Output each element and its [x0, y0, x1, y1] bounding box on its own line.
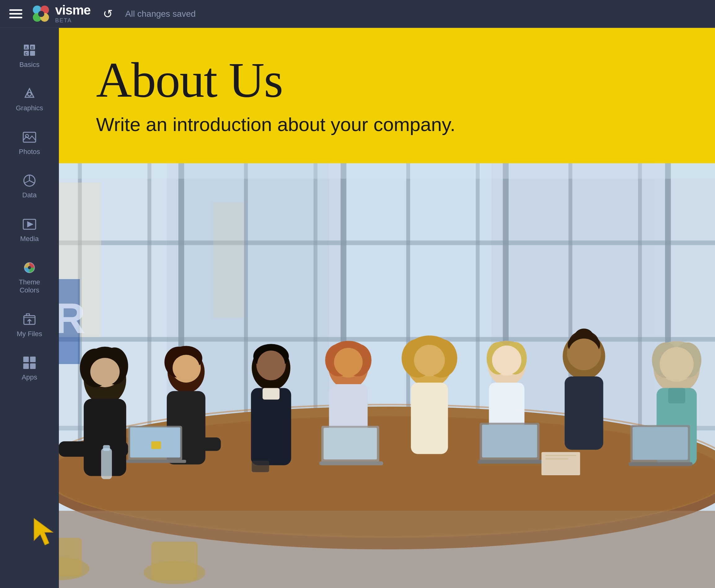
svg-point-105 [492, 345, 522, 375]
svg-rect-134 [101, 448, 112, 479]
svg-rect-75 [151, 441, 161, 449]
svg-point-19 [28, 266, 31, 269]
logo-area: visme BETA [32, 4, 90, 24]
svg-rect-91 [324, 428, 377, 459]
svg-point-12 [27, 92, 31, 96]
sidebar: A B C Basics Graphics [0, 28, 59, 588]
svg-rect-21 [23, 357, 29, 362]
svg-text:B: B [31, 45, 34, 50]
svg-rect-92 [319, 461, 383, 465]
sidebar-item-basics-label: Basics [20, 61, 40, 69]
logo-text: visme BETA [55, 4, 90, 24]
svg-rect-136 [252, 461, 269, 472]
svg-rect-23 [23, 363, 29, 369]
header: visme BETA ↺ All changes saved [0, 0, 715, 28]
undo-icon[interactable]: ↺ [103, 7, 113, 21]
sidebar-item-data-label: Data [22, 191, 37, 199]
sidebar-item-my-files[interactable]: My Files [0, 303, 59, 346]
logo-name: visme [55, 4, 90, 17]
basics-icon: A B C [22, 43, 37, 58]
theme-colors-icon [22, 260, 37, 275]
svg-text:A: A [25, 45, 27, 50]
slide-title[interactable]: About Us [96, 52, 678, 107]
svg-point-123 [659, 347, 694, 381]
svg-rect-76 [126, 460, 186, 463]
svg-rect-108 [482, 425, 537, 458]
svg-point-98 [414, 345, 445, 376]
svg-marker-17 [27, 222, 33, 227]
sidebar-item-photos[interactable]: Photos [0, 121, 59, 165]
svg-rect-99 [411, 383, 448, 454]
slide-yellow-section: About Us Write an introduction about you… [59, 28, 715, 163]
sidebar-item-media-label: Media [20, 235, 39, 243]
svg-rect-138 [546, 455, 576, 456]
svg-point-4 [38, 11, 44, 17]
visme-logo-icon [32, 4, 51, 24]
svg-rect-109 [477, 460, 543, 463]
sidebar-item-theme-colors-label: ThemeColors [19, 278, 40, 295]
canvas-area: About Us Write an introduction about you… [59, 28, 715, 588]
sidebar-item-apps[interactable]: Apps [0, 346, 59, 390]
sidebar-item-data[interactable]: Data [0, 165, 59, 208]
svg-text:C: C [25, 52, 27, 56]
svg-rect-135 [103, 445, 110, 451]
sidebar-item-graphics[interactable]: Graphics [0, 78, 59, 121]
svg-rect-22 [30, 357, 36, 362]
hamburger-menu[interactable] [9, 9, 22, 18]
main-area: A B C Basics Graphics [0, 28, 715, 588]
svg-rect-46 [59, 337, 715, 342]
sidebar-item-photos-label: Photos [19, 148, 40, 156]
slide-photo-section: R [59, 163, 715, 588]
sidebar-item-my-files-label: My Files [17, 330, 42, 338]
my-files-icon [22, 312, 37, 327]
media-icon [22, 217, 37, 232]
svg-point-80 [257, 350, 285, 379]
logo-beta: BETA [55, 17, 72, 24]
svg-rect-8 [30, 51, 35, 56]
svg-rect-139 [546, 458, 569, 459]
save-status: All changes saved [125, 9, 196, 19]
svg-rect-13 [23, 132, 36, 142]
svg-rect-49 [213, 202, 244, 318]
svg-rect-133 [59, 511, 715, 588]
meeting-photo: R [59, 163, 715, 588]
svg-point-88 [334, 348, 363, 376]
svg-point-70 [172, 355, 200, 381]
photos-icon [22, 130, 37, 145]
svg-rect-131 [633, 427, 688, 460]
sidebar-item-media[interactable]: Media [0, 208, 59, 252]
sidebar-item-apps-label: Apps [22, 373, 37, 381]
svg-rect-24 [30, 363, 36, 369]
slide-subtitle[interactable]: Write an introduction about your company… [96, 113, 678, 135]
svg-rect-117 [565, 376, 604, 450]
data-icon [22, 173, 37, 188]
svg-text:R: R [59, 295, 85, 342]
svg-point-116 [568, 339, 599, 368]
apps-icon [22, 355, 37, 370]
svg-rect-132 [629, 462, 693, 466]
svg-rect-65 [59, 441, 128, 457]
graphics-icon [22, 86, 37, 101]
svg-rect-142 [59, 163, 715, 179]
sidebar-item-basics[interactable]: A B C Basics [0, 34, 59, 78]
svg-point-63 [90, 358, 120, 386]
sidebar-item-theme-colors[interactable]: ThemeColors [0, 252, 59, 303]
sidebar-item-graphics-label: Graphics [16, 104, 43, 112]
svg-rect-82 [263, 388, 280, 399]
svg-rect-45 [59, 240, 715, 245]
svg-rect-125 [668, 388, 685, 403]
